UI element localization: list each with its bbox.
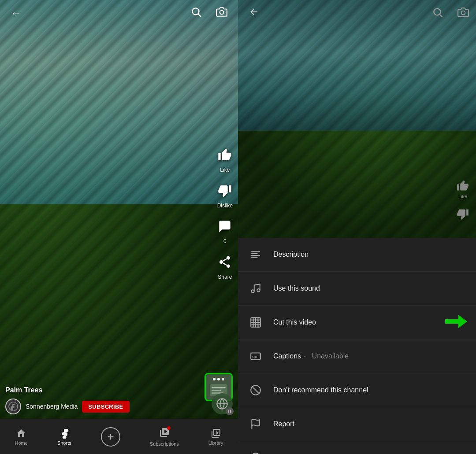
right-like-button[interactable]: Like xyxy=(457,180,469,199)
cut-video-label: Cut this video xyxy=(273,318,316,326)
right-like-label: Like xyxy=(458,194,467,199)
nav-add[interactable] xyxy=(96,424,126,450)
nav-shorts-label: Shorts xyxy=(57,440,71,446)
nav-home[interactable]: Home xyxy=(10,424,33,449)
svg-point-0 xyxy=(192,8,199,15)
left-header: ← xyxy=(0,0,238,26)
captions-dot: · xyxy=(304,352,305,360)
video-title: Palm Trees xyxy=(5,386,130,394)
camera-icon[interactable] xyxy=(212,3,231,24)
use-sound-icon xyxy=(247,280,264,297)
svg-point-18 xyxy=(257,289,260,292)
menu-item-cut-video[interactable]: Cut this video xyxy=(238,306,476,340)
like-button[interactable]: Like xyxy=(218,148,232,173)
like-icon xyxy=(218,148,232,165)
header-right-icons xyxy=(187,3,231,24)
right-panel: Like Description xyxy=(238,0,476,454)
bottom-navigation: Home Shorts Subscriptions xyxy=(0,419,238,454)
subscribe-button[interactable]: SUBSCRIBE xyxy=(82,401,129,413)
description-label: Description xyxy=(273,251,309,258)
svg-marker-26 xyxy=(445,315,467,328)
svg-rect-6 xyxy=(228,410,230,413)
no-recommend-icon xyxy=(247,381,264,399)
left-panel: ← Like xyxy=(0,0,238,454)
pause-icon xyxy=(226,407,234,415)
menu-item-description[interactable]: Description xyxy=(238,238,476,272)
menu-item-captions[interactable]: CC Captions · Unavailable xyxy=(238,340,476,373)
nav-library[interactable]: Library xyxy=(203,424,229,449)
captions-subtext: Unavailable xyxy=(312,352,349,360)
right-camera-icon[interactable] xyxy=(457,7,469,20)
back-button[interactable]: ← xyxy=(7,4,25,23)
video-action-buttons: Like Dislike 0 Share xyxy=(217,148,233,280)
channel-name[interactable]: Sonnenberg Media xyxy=(26,403,78,410)
captions-icon: CC xyxy=(247,347,264,365)
channel-row: Sonnenberg Media SUBSCRIBE xyxy=(5,399,130,414)
nav-shorts[interactable]: Shorts xyxy=(52,424,77,449)
right-palm-overlay xyxy=(238,0,476,238)
right-back-button[interactable] xyxy=(245,3,263,23)
cut-video-icon xyxy=(247,314,264,331)
channel-avatar[interactable] xyxy=(5,399,21,414)
right-dislike-button[interactable] xyxy=(457,208,469,220)
report-label: Report xyxy=(273,420,294,428)
channel-info: Palm Trees Sonnenberg Media SUBSCRIBE xyxy=(5,386,130,414)
description-icon xyxy=(247,246,264,263)
svg-point-2 xyxy=(220,11,224,15)
captions-label: Captions xyxy=(273,352,301,360)
menu-item-send-feedback[interactable]: Send feedback xyxy=(238,441,476,454)
svg-line-1 xyxy=(198,14,201,17)
share-icon xyxy=(218,255,232,272)
green-arrow xyxy=(445,314,467,331)
search-icon[interactable] xyxy=(187,3,205,24)
svg-point-17 xyxy=(251,290,254,293)
svg-point-12 xyxy=(461,11,465,15)
svg-rect-7 xyxy=(230,410,231,413)
send-feedback-icon xyxy=(247,449,264,454)
use-sound-label: Use this sound xyxy=(273,284,320,292)
svg-line-30 xyxy=(252,387,259,393)
share-label: Share xyxy=(218,274,232,280)
like-label: Like xyxy=(220,167,230,173)
dislike-button[interactable]: Dislike xyxy=(217,184,233,209)
svg-text:CC: CC xyxy=(252,355,257,359)
share-button[interactable]: Share xyxy=(218,255,232,280)
nav-subscriptions-label: Subscriptions xyxy=(150,441,179,447)
svg-line-11 xyxy=(440,15,443,17)
menu-item-report[interactable]: Report xyxy=(238,407,476,441)
notification-dot xyxy=(167,426,171,430)
comment-count: 0 xyxy=(223,238,227,244)
comment-button[interactable]: 0 xyxy=(218,219,232,244)
right-header xyxy=(238,0,476,26)
svg-point-10 xyxy=(434,8,440,15)
right-header-icons xyxy=(432,7,469,20)
report-icon xyxy=(247,415,264,433)
menu-item-use-sound[interactable]: Use this sound xyxy=(238,272,476,306)
right-video-actions: Like xyxy=(457,180,469,220)
no-recommend-label: Don't recommend this channel xyxy=(273,386,368,394)
nav-library-label: Library xyxy=(208,440,223,446)
subscriptions-icon-wrapper xyxy=(159,427,170,439)
comment-icon xyxy=(218,219,232,236)
right-video-area: Like xyxy=(238,0,476,238)
dislike-icon xyxy=(218,184,232,201)
nav-home-label: Home xyxy=(15,440,28,446)
menu-item-no-recommend[interactable]: Don't recommend this channel xyxy=(238,373,476,407)
dislike-label: Dislike xyxy=(217,203,233,209)
right-search-icon[interactable] xyxy=(432,7,443,20)
globe-button[interactable] xyxy=(212,393,233,414)
menu-list: Description Use this sound xyxy=(238,238,476,454)
nav-subscriptions[interactable]: Subscriptions xyxy=(145,424,184,450)
add-icon xyxy=(101,427,120,447)
